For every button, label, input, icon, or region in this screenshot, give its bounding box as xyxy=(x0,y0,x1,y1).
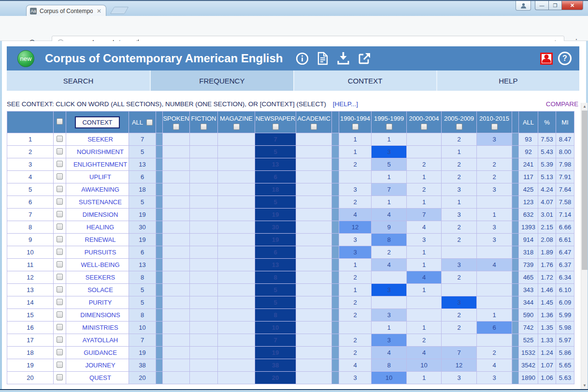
word-link[interactable]: SEEKERS xyxy=(86,274,115,281)
year-count[interactable]: 3 xyxy=(339,246,372,259)
all-sections-count[interactable]: 5 xyxy=(129,196,156,209)
newspaper-count[interactable]: 18 xyxy=(255,183,296,196)
header-year-2010[interactable]: 2010-2015 xyxy=(477,112,512,133)
fiction-checkbox[interactable] xyxy=(201,124,207,130)
header-magazine[interactable]: MAGAZINE xyxy=(218,112,255,133)
year-count[interactable]: 3 xyxy=(477,372,512,384)
year-count[interactable]: 1 xyxy=(407,196,442,209)
row-checkbox[interactable] xyxy=(57,186,63,192)
year-count[interactable]: 3 xyxy=(339,372,372,384)
year-count[interactable]: 10 xyxy=(407,359,442,372)
year-count[interactable]: 7 xyxy=(372,183,407,196)
year-count[interactable]: 2 xyxy=(442,234,477,246)
newspaper-count[interactable]: 5 xyxy=(255,196,296,209)
row-checkbox[interactable] xyxy=(57,362,63,368)
compare-link[interactable]: COMPARE xyxy=(546,100,578,108)
tab-close-icon[interactable]: ✕ xyxy=(96,8,102,14)
row-checkbox[interactable] xyxy=(57,161,63,167)
year-count[interactable]: 2 xyxy=(339,309,372,322)
year-count[interactable]: 1 xyxy=(339,146,372,158)
all-sections-count[interactable]: 19 xyxy=(129,234,156,246)
year-count[interactable]: 3 xyxy=(372,146,407,158)
word-link[interactable]: HEALING xyxy=(86,224,114,231)
year-count[interactable]: 2 xyxy=(407,334,442,347)
year-count[interactable]: 12 xyxy=(442,359,477,372)
year-count[interactable]: 1 xyxy=(407,259,442,271)
all-sections-count[interactable]: 5 xyxy=(129,284,156,296)
tab-context[interactable]: CONTEXT xyxy=(293,70,436,91)
year-count[interactable]: 3 xyxy=(477,234,512,246)
minimize-button[interactable]: — xyxy=(535,1,549,10)
all-sections-count[interactable]: 19 xyxy=(129,347,156,359)
year-count[interactable]: 1 xyxy=(442,196,477,209)
newspaper-count[interactable]: 20 xyxy=(255,372,296,384)
header-newspaper[interactable]: NEWSPAPER xyxy=(255,112,296,133)
year-count[interactable]: 1 xyxy=(372,171,407,183)
year-count[interactable]: 3 xyxy=(442,259,477,271)
year-count[interactable]: 3 xyxy=(477,221,512,234)
newspaper-count[interactable]: 6 xyxy=(255,246,296,259)
help-icon[interactable]: ? xyxy=(558,52,572,65)
profile-button[interactable] xyxy=(516,1,531,11)
year-count[interactable]: 2 xyxy=(477,347,512,359)
all-sections-count[interactable]: 6 xyxy=(129,171,156,183)
row-checkbox[interactable] xyxy=(57,299,63,305)
year-count[interactable]: 4 xyxy=(372,347,407,359)
newspaper-count[interactable]: 5 xyxy=(255,146,296,158)
all-sections-count[interactable]: 19 xyxy=(129,209,156,221)
year-count[interactable]: 1 xyxy=(407,246,442,259)
word-link[interactable]: QUEST xyxy=(89,374,111,381)
year-count[interactable]: 2 xyxy=(442,322,477,334)
header-year-1990[interactable]: 1990-1994 xyxy=(339,112,372,133)
word-link[interactable]: RENEWAL xyxy=(85,236,116,243)
year-count[interactable]: 1 xyxy=(339,133,372,146)
year-count[interactable]: 2 xyxy=(442,221,477,234)
row-checkbox[interactable] xyxy=(57,136,63,142)
info-icon[interactable] xyxy=(296,52,309,65)
all-sections-count[interactable]: 8 xyxy=(129,271,156,284)
row-checkbox[interactable] xyxy=(57,324,63,330)
year-count[interactable]: 3 xyxy=(442,296,477,309)
year-count[interactable]: 3 xyxy=(339,183,372,196)
row-checkbox[interactable] xyxy=(57,374,63,380)
year-count[interactable]: 2 xyxy=(372,246,407,259)
year-count[interactable]: 1 xyxy=(407,322,442,334)
all-sections-count[interactable]: 5 xyxy=(129,146,156,158)
year-count[interactable]: 10 xyxy=(372,372,407,384)
year-count[interactable]: 1 xyxy=(339,259,372,271)
external-link-icon[interactable] xyxy=(358,52,371,65)
header-year-1995[interactable]: 1995-1999 xyxy=(372,112,407,133)
newspaper-count[interactable]: 38 xyxy=(255,359,296,372)
help-link[interactable]: [HELP...] xyxy=(333,100,358,108)
word-link[interactable]: AWAKENING xyxy=(81,186,119,193)
document-icon[interactable] xyxy=(317,52,329,65)
year-count[interactable]: 1 xyxy=(407,372,442,384)
word-link[interactable]: SUSTENANCE xyxy=(79,198,122,206)
newspaper-count[interactable]: 30 xyxy=(255,221,296,234)
new-badge-logo[interactable]: new xyxy=(17,50,34,67)
year-count[interactable]: 1 xyxy=(442,146,477,158)
year-count[interactable]: 2 xyxy=(339,158,372,171)
maximize-button[interactable]: ❐ xyxy=(549,1,562,10)
newspaper-count[interactable]: 19 xyxy=(255,209,296,221)
newspaper-count[interactable]: 6 xyxy=(255,171,296,183)
year-1995-checkbox[interactable] xyxy=(386,124,392,130)
row-checkbox[interactable] xyxy=(57,198,63,205)
word-link[interactable]: WELL-BEING xyxy=(81,261,119,268)
year-count[interactable]: 4 xyxy=(372,259,407,271)
newspaper-count[interactable]: 5 xyxy=(255,284,296,296)
year-count[interactable]: 3 xyxy=(442,209,477,221)
all-sections-count[interactable]: 18 xyxy=(129,183,156,196)
year-count[interactable]: 2 xyxy=(407,183,442,196)
year-count[interactable]: 4 xyxy=(477,259,512,271)
word-link[interactable]: NOURISHMENT xyxy=(77,148,124,155)
year-2010-checkbox[interactable] xyxy=(491,124,498,130)
year-count[interactable]: 2 xyxy=(339,271,372,284)
year-1990-checkbox[interactable] xyxy=(352,124,359,130)
header-year-2000[interactable]: 2000-2004 xyxy=(407,112,442,133)
row-checkbox[interactable] xyxy=(57,261,63,267)
newspaper-count[interactable]: 8 xyxy=(255,271,296,284)
year-count[interactable]: 1 xyxy=(339,284,372,296)
year-count[interactable]: 3 xyxy=(372,309,407,322)
year-count[interactable]: 8 xyxy=(372,234,407,246)
